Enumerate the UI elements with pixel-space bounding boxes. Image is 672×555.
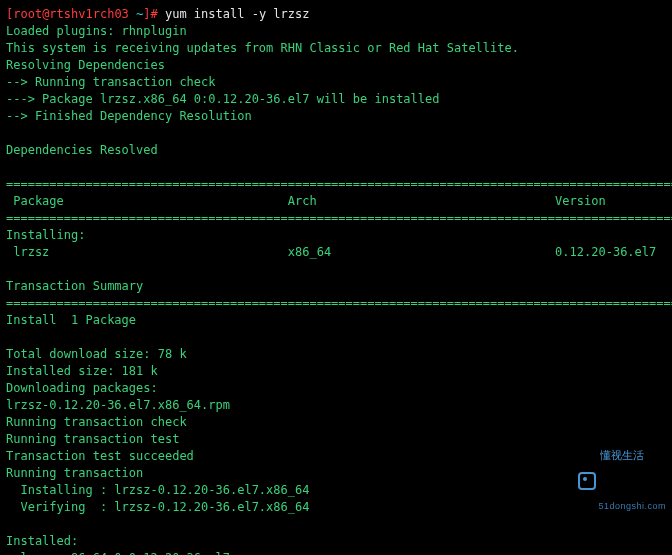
prompt-close: ]# [143, 7, 157, 21]
output-line: Install 1 Package [6, 313, 136, 327]
watermark-cn: 懂视生活 [600, 447, 666, 464]
output-line: Verifying : lrzsz-0.12.20-36.el7.x86_64 [6, 500, 309, 514]
prompt-userhost: root@rtshv1rch03 [13, 7, 129, 21]
output-line: Total download size: 78 k [6, 347, 187, 361]
cell-version: 0.12.20-36.el7 [555, 245, 656, 259]
watermark-logo-icon [578, 472, 596, 490]
hdr-arch: Arch [288, 194, 317, 208]
hdr-version: Version [555, 194, 606, 208]
table-header: Package Arch Version [6, 194, 606, 208]
output-line: Installing: [6, 228, 85, 242]
watermark-en: 51dongshi.com [598, 498, 666, 515]
watermark: 懂视生活 51dongshi.com [578, 413, 666, 549]
output-line: Resolving Dependencies [6, 58, 165, 72]
rule-line: ========================================… [6, 211, 672, 225]
hdr-package: Package [6, 194, 64, 208]
output-line: Downloading packages: [6, 381, 158, 395]
terminal[interactable]: [root@rtshv1rch03 ~]# yum install -y lrz… [0, 0, 672, 555]
output-line: --> Running transaction check [6, 75, 216, 89]
output-line: ---> Package lrzsz.x86_64 0:0.12.20-36.e… [6, 92, 439, 106]
output-line: This system is receiving updates from RH… [6, 41, 519, 55]
output-line: Loaded plugins: rhnplugin [6, 24, 187, 38]
command-text: yum install -y lrzsz [158, 7, 310, 21]
rule-line: ========================================… [6, 296, 672, 310]
output-line: Running transaction check [6, 415, 187, 429]
output-line: Transaction Summary [6, 279, 143, 293]
cell-arch: x86_64 [288, 245, 331, 259]
rule-line: ========================================… [6, 177, 672, 191]
output-line: Installed size: 181 k [6, 364, 158, 378]
output-line: lrzsz-0.12.20-36.el7.x86_64.rpm [6, 398, 230, 412]
cell-package: lrzsz [6, 245, 49, 259]
prompt-path: ~ [129, 7, 143, 21]
output-line: lrzsz.x86_64 0:0.12.20-36.el7 [6, 551, 230, 555]
prompt-bracket: [root@rtshv1rch03 ~]# [6, 7, 158, 21]
output-line: Running transaction [6, 466, 143, 480]
output-line: Transaction test succeeded [6, 449, 194, 463]
table-row: lrzsz x86_64 0.12.20-36.el7 [6, 245, 656, 259]
output-line: Dependencies Resolved [6, 143, 158, 157]
output-line: Running transaction test [6, 432, 179, 446]
output-line: Installing : lrzsz-0.12.20-36.el7.x86_64 [6, 483, 309, 497]
output-line: --> Finished Dependency Resolution [6, 109, 252, 123]
output-line: Installed: [6, 534, 78, 548]
